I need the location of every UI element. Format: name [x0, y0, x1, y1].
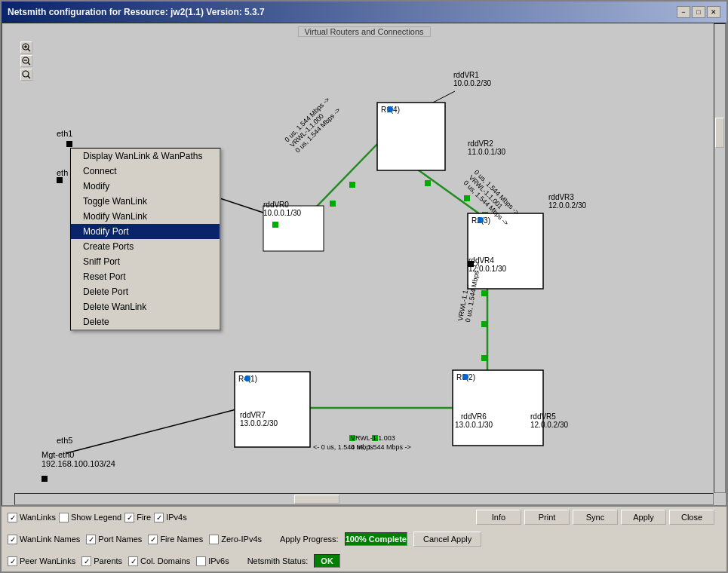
horizontal-scrollbar[interactable] [14, 493, 714, 505]
svg-text:VRWL-1.1.003: VRWL-1.1.003 [351, 434, 395, 442]
menu-item-delete-wanlink[interactable]: Delete WanLink [71, 299, 220, 314]
fire-names-checkbox[interactable]: ✓ [148, 535, 158, 544]
svg-line-3 [28, 49, 30, 51]
svg-rect-42 [468, 261, 474, 267]
svg-text:VRWL-1.1.001: VRWL-1.1.001 [468, 173, 505, 210]
vertical-scrollbar[interactable] [714, 23, 726, 493]
ipv4s-checkbox[interactable]: ✓ [154, 513, 164, 522]
svg-text:VRWL-1.1...: VRWL-1.1... [456, 283, 470, 321]
title-bar: Netsmith configuration for Resource: jw2… [2, 2, 726, 23]
svg-text:rddVR7: rddVR7 [240, 411, 266, 419]
vertical-scrollbar-thumb[interactable] [715, 118, 724, 148]
zoom-in-button[interactable] [20, 41, 32, 54]
svg-text:13.0.0.2/30: 13.0.0.2/30 [240, 419, 278, 427]
parents-checkbox[interactable]: ✓ [81, 556, 91, 566]
wanlinks-checkbox-group: ✓ WanLinks [8, 513, 56, 522]
port-names-label: Port Names [98, 535, 142, 544]
svg-text:0 us, 1.544 Mbps ->: 0 us, 1.544 Mbps -> [293, 106, 341, 154]
app-window: Netsmith configuration for Resource: jw2… [0, 0, 728, 573]
horizontal-scrollbar-thumb[interactable] [294, 495, 339, 504]
svg-text:R4(1): R4(1) [238, 375, 257, 383]
zoom-out-button[interactable] [20, 55, 32, 67]
wanlinks-checkbox[interactable]: ✓ [8, 513, 17, 522]
menu-item-delete[interactable]: Delete [71, 314, 220, 329]
ipv6s-checkbox[interactable] [196, 556, 206, 566]
menu-item-modify-wanlink[interactable]: Modify WanLink [71, 209, 220, 224]
close-window-button[interactable]: ✕ [707, 6, 720, 18]
menu-item-display-wanlink[interactable]: Display WanLink & WanPaths [71, 149, 220, 164]
svg-text:10.0.0.2/30: 10.0.0.2/30 [453, 79, 491, 87]
title-buttons: − □ ✕ [677, 6, 720, 18]
svg-rect-60 [66, 141, 72, 147]
svg-rect-23 [481, 321, 487, 327]
svg-rect-27 [372, 435, 378, 441]
zero-ipv4s-checkbox[interactable] [209, 535, 219, 544]
fire-checkbox[interactable]: ✓ [124, 513, 134, 522]
svg-text:eth: eth [57, 168, 68, 177]
fire-names-label: Fire Names [160, 535, 203, 544]
progress-bar: 100% Complete [345, 532, 407, 546]
zero-ipv4s-label: Zero-IPv4s [221, 535, 262, 544]
svg-text:eth5: eth5 [57, 436, 72, 445]
menu-item-reset-port[interactable]: Reset Port [71, 269, 220, 284]
info-button[interactable]: Info [476, 510, 521, 525]
col-domains-label: Col. Domains [140, 556, 190, 565]
svg-text:0 us, 1.544 Mbps ->: 0 us, 1.544 Mbps -> [351, 443, 411, 451]
svg-line-12 [308, 140, 381, 216]
svg-rect-19 [464, 195, 470, 201]
sync-button[interactable]: Sync [573, 510, 618, 525]
ipv6s-label: IPv6s [208, 556, 229, 565]
svg-rect-34 [453, 370, 543, 446]
netsmith-status-label: Netsmith Status: [247, 556, 309, 565]
title-text: Netsmith configuration for Resource: jw2… [8, 7, 265, 17]
svg-text:192.168.100.103/24: 192.168.100.103/24 [41, 459, 115, 468]
menu-item-create-ports[interactable]: Create Ports [71, 239, 220, 254]
svg-rect-28 [377, 103, 445, 170]
status-bar: OK [314, 554, 340, 568]
parents-checkbox-group: ✓ Parents [81, 556, 122, 566]
svg-rect-66 [41, 476, 48, 482]
port-names-checkbox[interactable]: ✓ [86, 535, 96, 544]
svg-rect-40 [263, 206, 324, 251]
apply-progress-label: Apply Progress: [280, 535, 339, 544]
peer-wanlinks-label: Peer WanLinks [20, 556, 75, 565]
peer-wanlinks-checkbox[interactable]: ✓ [8, 556, 17, 566]
close-button[interactable]: Close [669, 510, 714, 525]
status-area: Netsmith Status: OK [241, 552, 346, 570]
svg-text:rddVR0: rddVR0 [263, 201, 289, 209]
controls-row2: ✓ WanLink Names ✓ Port Names ✓ Fire Name… [2, 528, 726, 550]
menu-item-delete-port[interactable]: Delete Port [71, 284, 220, 299]
svg-rect-20 [349, 182, 355, 188]
col-domains-checkbox[interactable]: ✓ [128, 556, 138, 566]
svg-point-39 [244, 375, 250, 381]
canvas-area[interactable]: Virtual Routers and Connections [2, 23, 726, 506]
cancel-apply-button[interactable]: Cancel Apply [413, 532, 481, 547]
col-domains-checkbox-group: ✓ Col. Domains [128, 556, 190, 566]
wanlink-names-checkbox[interactable]: ✓ [8, 535, 17, 544]
controls-row1: ✓ WanLinks Show Legend ✓ Fire ✓ IPv4s In… [2, 507, 726, 528]
menu-item-modify[interactable]: Modify [71, 179, 220, 194]
svg-rect-17 [425, 180, 431, 186]
maximize-button[interactable]: □ [692, 6, 705, 18]
main-panel: Virtual Routers and Connections [2, 23, 726, 571]
zoom-reset-button[interactable] [20, 69, 32, 81]
ipv6s-checkbox-group: IPv6s [196, 556, 229, 566]
menu-item-toggle-wanlink[interactable]: Toggle WanLink [71, 194, 220, 209]
menu-item-modify-port[interactable]: Modify Port [71, 224, 220, 239]
print-button[interactable]: Print [524, 510, 570, 525]
svg-text:11.0.0.1/30: 11.0.0.1/30 [468, 148, 505, 156]
svg-rect-21 [330, 201, 336, 207]
minimize-button[interactable]: − [677, 6, 690, 18]
parents-label: Parents [94, 556, 122, 565]
menu-item-connect[interactable]: Connect [71, 164, 220, 179]
menu-item-sniff-port[interactable]: Sniff Port [71, 254, 220, 269]
svg-rect-41 [272, 222, 278, 228]
svg-rect-18 [482, 212, 488, 218]
show-legend-checkbox[interactable] [59, 513, 69, 522]
svg-rect-16 [407, 164, 413, 170]
svg-rect-61 [57, 177, 63, 183]
zero-ipv4s-checkbox-group: Zero-IPv4s [209, 535, 262, 544]
canvas-label: Virtual Routers and Connections [297, 26, 430, 37]
apply-button[interactable]: Apply [621, 510, 666, 525]
wanlinks-label: WanLinks [20, 513, 56, 522]
